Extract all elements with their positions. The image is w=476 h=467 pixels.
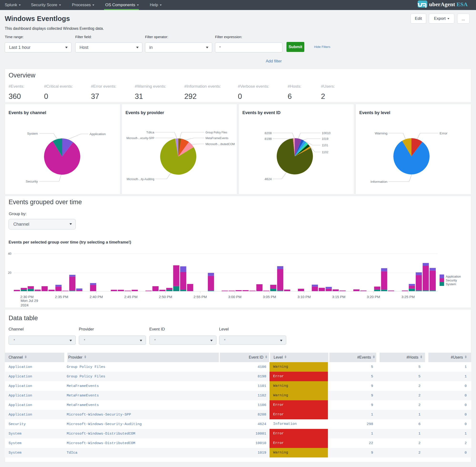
svg-text:2:50 PM: 2:50 PM bbox=[159, 295, 172, 299]
svg-text:Microsoft-...ibutedCOM: Microsoft-...ibutedCOM bbox=[205, 142, 235, 146]
svg-text:2:35 PM: 2:35 PM bbox=[55, 295, 68, 299]
svg-text:3:25 PM: 3:25 PM bbox=[401, 295, 415, 299]
svg-text:Error: Error bbox=[439, 131, 448, 135]
svg-text:3:20 PM: 3:20 PM bbox=[367, 295, 380, 299]
svg-text:Application: Application bbox=[89, 132, 106, 136]
svg-text:1102: 1102 bbox=[322, 150, 328, 154]
svg-text:MetaFrameEvents: MetaFrameEvents bbox=[205, 136, 228, 140]
svg-text:3:05 PM: 3:05 PM bbox=[263, 295, 276, 299]
svg-text:1019: 1019 bbox=[322, 137, 328, 141]
svg-text:3:10 PM: 3:10 PM bbox=[297, 295, 311, 299]
svg-text:Microsoft-...ity-Auditing: Microsoft-...ity-Auditing bbox=[127, 177, 154, 181]
svg-text:uberAgent ESA: uberAgent ESA bbox=[429, 1, 468, 7]
svg-text:Security: Security bbox=[446, 279, 457, 282]
svg-text:4624: 4624 bbox=[264, 177, 272, 181]
svg-text:Information: Information bbox=[371, 180, 388, 183]
svg-text:System: System bbox=[446, 282, 456, 286]
svg-text:2:55 PM: 2:55 PM bbox=[194, 295, 207, 299]
svg-text:System: System bbox=[27, 132, 38, 135]
svg-text:Mon Jul 29: Mon Jul 29 bbox=[21, 298, 38, 303]
svg-text:2:45 PM: 2:45 PM bbox=[124, 295, 138, 299]
svg-text:10010: 10010 bbox=[322, 131, 330, 135]
svg-text:8198: 8198 bbox=[264, 137, 272, 141]
svg-text:Warning: Warning bbox=[375, 131, 388, 135]
svg-text:2024: 2024 bbox=[21, 303, 29, 307]
svg-text:20: 20 bbox=[8, 271, 12, 274]
svg-text:2:40 PM: 2:40 PM bbox=[89, 295, 103, 299]
svg-text:Security: Security bbox=[26, 180, 38, 183]
svg-text:Group Policy Files: Group Policy Files bbox=[205, 130, 227, 134]
svg-text:Application: Application bbox=[446, 275, 461, 278]
svg-text:3:15 PM: 3:15 PM bbox=[332, 295, 346, 299]
svg-text:8208: 8208 bbox=[264, 131, 272, 135]
svg-text:3:00 PM: 3:00 PM bbox=[228, 295, 241, 299]
svg-text:1101: 1101 bbox=[322, 143, 328, 147]
svg-text:Microsoft-...ecurity-SPP: Microsoft-...ecurity-SPP bbox=[126, 136, 154, 140]
svg-text:Tdlca: Tdlca bbox=[146, 130, 154, 134]
svg-text:40: 40 bbox=[8, 252, 12, 255]
svg-text:2:30 PM: 2:30 PM bbox=[20, 295, 34, 299]
